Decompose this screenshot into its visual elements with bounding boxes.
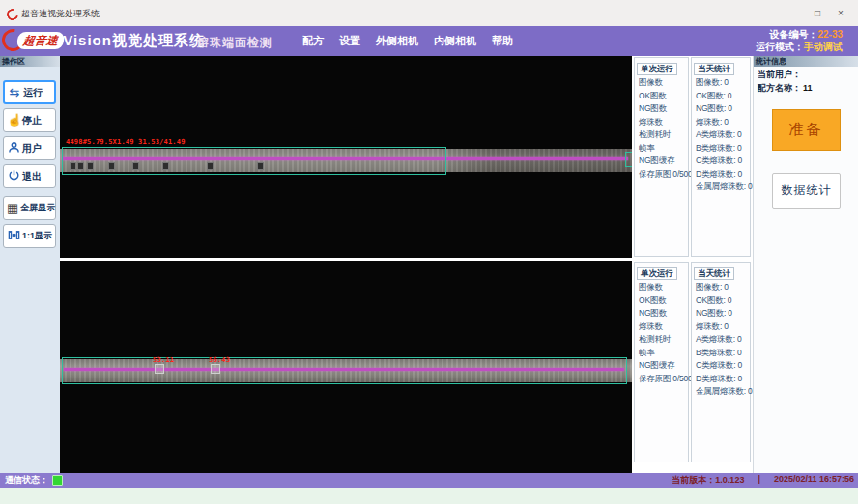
stat-row: 图像数: 0 — [692, 281, 750, 294]
stat-row: 检测耗时 — [635, 128, 688, 142]
bead-marker — [257, 162, 264, 170]
stat-row: 金属屑熔珠数: 0 — [692, 385, 750, 399]
stat-row: 熔珠数: 0 — [692, 321, 750, 334]
run-mode-value: 手动调试 — [804, 42, 843, 52]
menu-item[interactable]: 外侧相机 — [376, 34, 418, 48]
exit-button-label: 退出 — [22, 170, 42, 183]
version-text: 当前版本：1.0.123 — [672, 474, 744, 487]
recipe-name-value: 11 — [803, 83, 813, 93]
stop-button-label: 停止 — [22, 114, 42, 127]
close-button[interactable]: × — [831, 6, 850, 20]
bead-marker — [155, 364, 164, 374]
status-bar: 通信状态： 当前版本：1.0.123 | 2025/02/11 16:57:56 — [0, 473, 858, 488]
stat-row: D类熔珠数: 0 — [692, 168, 750, 182]
stat-row: 熔珠数: 0 — [692, 116, 750, 129]
stat-row: D类熔珠数: 0 — [692, 373, 750, 386]
info-panel-title: 统计信息 — [754, 56, 858, 67]
minimize-button[interactable]: – — [785, 6, 804, 20]
app-header: 超音速 IVision视觉处理系统 熔珠端面检测 配方设置外侧相机内侧相机帮助 … — [0, 26, 858, 56]
roi-rectangle — [62, 147, 446, 175]
status-right: 当前版本：1.0.123 | 2025/02/11 16:57:56 — [672, 474, 854, 487]
single-run-rows: 图像数OK图数NG图数熔珠数检测耗时帧率NG图缓存保存原图 0/500 — [635, 281, 688, 385]
run-mode-label: 运行模式： — [756, 42, 804, 52]
one-to-one-button-label: 1:1显示 — [22, 230, 52, 242]
roi-edge-mark — [625, 152, 632, 167]
stat-row: 检测耗时 — [635, 333, 688, 347]
run-loop-icon: ⇆ — [8, 86, 21, 98]
stat-row: NG图数 — [635, 102, 688, 116]
fullscreen-grid-icon: ▦ — [7, 202, 18, 214]
recipe-name-label: 配方名称： — [758, 83, 801, 93]
user-icon — [7, 141, 20, 155]
outer-camera-view: 4498#5.79.5X1.49 31.53/41.49 — [60, 56, 632, 258]
data-statistics-button[interactable]: 数据统计 — [772, 173, 841, 209]
power-icon — [7, 169, 20, 183]
single-run-title: 单次运行 — [637, 63, 677, 75]
device-number-label: 设备编号： — [769, 29, 817, 40]
stat-row: NG图缓存 — [635, 154, 688, 168]
bead-marker — [162, 162, 169, 170]
inner-camera-view: 53.11 56.43 — [60, 261, 632, 473]
device-number-value: 22-33 — [817, 29, 843, 40]
stat-row: 图像数 — [635, 281, 688, 294]
stat-row: NG图缓存 — [635, 359, 688, 373]
user-button[interactable]: 用户 — [3, 136, 56, 160]
menu-item[interactable]: 设置 — [339, 34, 360, 48]
one-to-one-button[interactable]: 1:1显示 — [3, 224, 56, 248]
stat-row: 熔珠数 — [635, 321, 688, 334]
bead-marker — [207, 162, 214, 170]
bead-marker — [87, 162, 94, 170]
menu-item[interactable]: 配方 — [302, 34, 324, 48]
roi-rectangle — [62, 357, 627, 384]
stat-row: 保存原图 0/500 — [635, 373, 688, 386]
one-to-one-icon — [7, 229, 20, 243]
single-run-title: 单次运行 — [637, 267, 677, 280]
app-title: IVision视觉处理系统 — [58, 32, 205, 50]
sidebar-title: 操作区 — [0, 56, 60, 67]
comm-status-label: 通信状态： — [5, 474, 48, 487]
bead-marker — [211, 364, 220, 374]
bead-marker — [77, 162, 84, 170]
stat-row: NG图数: 0 — [692, 307, 750, 321]
stat-row: C类熔珠数: 0 — [692, 154, 750, 168]
stat-row: A类熔珠数: 0 — [692, 128, 750, 142]
exit-button[interactable]: 退出 — [3, 164, 56, 188]
comm-status-led — [52, 475, 63, 486]
status-datetime: 2025/02/11 16:57:56 — [774, 474, 854, 487]
app-logo-icon — [5, 7, 20, 22]
stat-row: 熔珠数 — [635, 116, 688, 129]
maximize-button[interactable]: □ — [808, 6, 827, 20]
header-info: 设备编号：22-33 运行模式：手动调试 — [756, 28, 843, 53]
today-stats-panel-top: 当天统计 图像数: 0OK图数: 0NG图数: 0熔珠数: 0A类熔珠数: 0B… — [691, 57, 751, 257]
app-window: 超音速视觉处理系统 – □ × 超音速 IVision视觉处理系统 熔珠端面检测… — [0, 0, 858, 504]
stat-row: OK图数: 0 — [692, 294, 750, 308]
stop-hand-icon: ☝ — [7, 114, 20, 126]
stat-row: C类熔珠数: 0 — [692, 359, 750, 373]
ready-button[interactable]: 准备 — [772, 109, 841, 151]
bead-marker — [70, 162, 76, 170]
menu-item[interactable]: 内侧相机 — [434, 34, 476, 48]
menu-item[interactable]: 帮助 — [492, 34, 513, 48]
bead-marker — [108, 162, 115, 170]
current-user-label: 当前用户： — [758, 70, 801, 79]
today-stats-panel-bottom: 当天统计 图像数: 0OK图数: 0NG图数: 0熔珠数: 0A类熔珠数: 0B… — [691, 262, 751, 462]
user-button-label: 用户 — [22, 142, 42, 155]
measurement-annotation: 4498#5.79.5X1.49 31.53/41.49 — [66, 138, 186, 146]
stop-button[interactable]: ☝ 停止 — [3, 108, 56, 132]
stat-row: A类熔珠数: 0 — [692, 333, 750, 347]
stat-row: 图像数: 0 — [692, 76, 750, 90]
single-run-panel-bottom: 单次运行 图像数OK图数NG图数熔珠数检测耗时帧率NG图缓存保存原图 0/500 — [634, 262, 689, 462]
menu-bar: 配方设置外侧相机内侧相机帮助 — [302, 26, 513, 56]
run-button[interactable]: ⇆ 运行 — [3, 80, 56, 104]
stat-row: B类熔珠数: 0 — [692, 347, 750, 360]
single-run-panel-top: 单次运行 图像数OK图数NG图数熔珠数检测耗时帧率NG图缓存保存原图 0/500 — [634, 57, 689, 257]
fullscreen-button[interactable]: ▦ 全屏显示 — [3, 196, 56, 220]
today-stats-title: 当天统计 — [694, 63, 734, 75]
status-separator: | — [758, 474, 760, 487]
bead-marker — [132, 162, 139, 170]
stat-row: NG图数 — [635, 307, 688, 321]
today-stats-rows: 图像数: 0OK图数: 0NG图数: 0熔珠数: 0A类熔珠数: 0B类熔珠数:… — [692, 281, 750, 399]
desktop-strip — [0, 488, 858, 504]
stat-row: OK图数: 0 — [692, 90, 750, 103]
stat-row: OK图数 — [635, 90, 688, 103]
